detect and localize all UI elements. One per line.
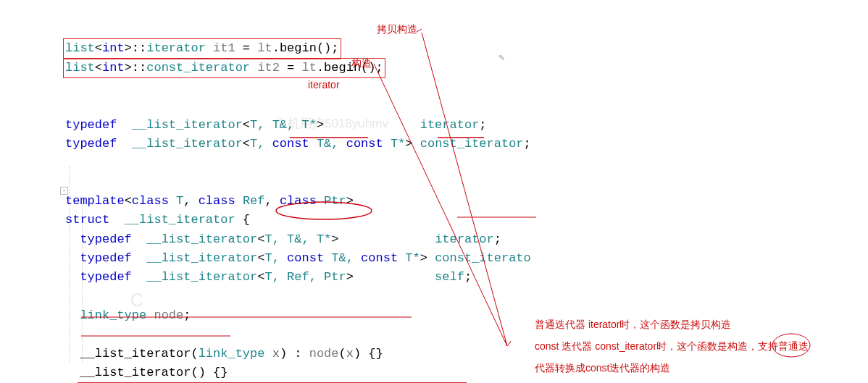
token: const <box>287 251 324 265</box>
token: const_iterato <box>435 251 531 265</box>
token: begin <box>280 41 317 55</box>
annotation-note-2: const 迭代器 const_iterator时，这个函数是构造，支持普通迭 <box>535 339 809 355</box>
token: __list_iterator <box>146 251 257 265</box>
token: link_type <box>80 308 146 322</box>
token: const <box>272 137 309 151</box>
token: x <box>346 347 354 361</box>
code-line-1: list<int>::iterator it1 = lt.begin(); <box>63 38 341 59</box>
token: it2 <box>257 61 280 75</box>
token: int <box>102 41 125 55</box>
token: iterator <box>146 41 206 55</box>
token: link_type <box>199 347 265 361</box>
token: __list_iterator <box>132 118 243 132</box>
token: class <box>132 194 169 208</box>
token: __list_iterator <box>132 137 243 151</box>
token: class <box>199 194 235 208</box>
token: T&, <box>309 137 346 151</box>
token: Ref <box>243 194 265 208</box>
token: __list_iterator <box>80 366 191 379</box>
token: __list_iterator <box>146 270 257 284</box>
token: __list_iterator <box>125 213 235 227</box>
token: __list_iterator <box>146 232 257 246</box>
token: template <box>65 194 125 208</box>
token: const_iterator <box>420 137 524 151</box>
token: T, Ref, Ptr <box>264 270 346 284</box>
token: lt <box>257 41 272 55</box>
token: Ptr <box>324 194 346 208</box>
token: T, <box>264 251 287 265</box>
token: const_iterator <box>146 61 250 75</box>
token: self <box>435 270 464 284</box>
token: node <box>154 308 183 322</box>
token: T&, <box>324 251 361 265</box>
token: const <box>346 137 383 151</box>
annotation-note-3: 代器转换成const迭代器的构造 <box>535 361 670 376</box>
annotation-iterator-label: iterator <box>308 77 340 93</box>
token: T, T&, T* <box>250 118 317 132</box>
code-block: list<int>::iterator it1 = lt.begin(); li… <box>65 20 531 383</box>
token: T* <box>383 137 406 151</box>
token: iterator <box>420 118 480 132</box>
annotation-note-1: 普通迭代器 iterator时，这个函数是拷贝构造 <box>535 317 731 333</box>
token: x <box>272 347 280 361</box>
annotation-copy-ctor: 拷贝构造 <box>377 22 417 38</box>
token: list <box>65 61 95 75</box>
token: node <box>309 347 339 361</box>
token: it1 <box>213 41 235 55</box>
token: class <box>280 194 317 208</box>
token: list <box>65 41 95 55</box>
token: T* <box>398 251 420 265</box>
token: typedef <box>65 118 117 132</box>
token: const <box>361 251 398 265</box>
token: iterator <box>435 232 494 246</box>
token: T, <box>250 137 272 151</box>
token: typedef <box>80 251 131 265</box>
token: T <box>176 194 183 208</box>
token: lt <box>301 61 316 75</box>
token: typedef <box>80 232 131 246</box>
token: typedef <box>80 270 131 284</box>
annotation-ctor: 构造 <box>351 56 372 72</box>
token: struct <box>65 213 109 227</box>
token: int <box>102 61 125 75</box>
token: T, T&, T* <box>264 232 331 246</box>
code-line-2: list<int>::const_iterator it2 = lt.begin… <box>63 58 385 78</box>
token: __list_iterator <box>80 347 191 361</box>
token: typedef <box>65 137 117 151</box>
